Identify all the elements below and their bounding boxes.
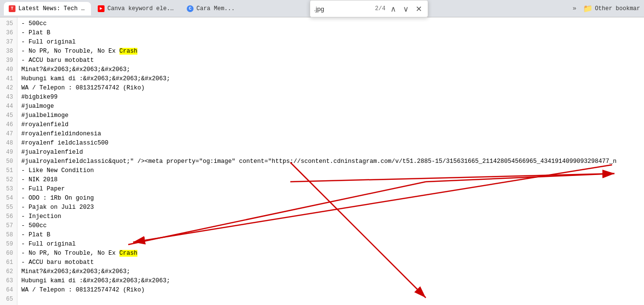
line-number: 59 <box>2 240 13 249</box>
tab-label-3: Cara Mem... <box>196 5 235 12</box>
line-number: 35 <box>2 19 13 29</box>
line-number: 39 <box>2 56 13 65</box>
text-line: - Full original <box>21 38 640 47</box>
line-number: 58 <box>2 231 13 240</box>
line-number: 42 <box>2 84 13 93</box>
line-number: 57 <box>2 221 13 231</box>
tab-favicon-2: ▶ <box>98 5 105 12</box>
crash-highlight: Crash <box>120 48 138 55</box>
line-number: 49 <box>2 148 13 157</box>
tab-favicon-3: C <box>187 5 194 12</box>
line-numbers: 3536373839404142434445464748495051525354… <box>0 17 17 305</box>
tab-label-2: Canva keyword ele... <box>107 5 175 12</box>
text-line: - ACCU baru motobatt <box>21 56 640 65</box>
find-prev-button[interactable]: ∧ <box>389 3 398 15</box>
line-number: 63 <box>2 276 13 286</box>
line-number: 51 <box>2 166 13 175</box>
text-line: - 500cc <box>21 19 640 29</box>
bookmarks-label: Other bookmar <box>595 5 640 12</box>
text-line: Minat?&#x2063;&#x2063;&#x2063; <box>21 267 640 276</box>
line-number: 65 <box>2 295 13 304</box>
text-line: #jualbelimoge <box>21 111 640 120</box>
find-input[interactable] <box>314 5 372 13</box>
line-number: 37 <box>2 38 13 47</box>
line-number: 56 <box>2 212 13 221</box>
text-line: #jualroyalenfield <box>21 148 640 157</box>
line-number: 41 <box>2 74 13 84</box>
text-line: - Plat B <box>21 29 640 38</box>
content-area: 3536373839404142434445464748495051525354… <box>0 17 644 305</box>
line-number: 43 <box>2 93 13 102</box>
line-number: 38 <box>2 47 13 56</box>
tab-active[interactable]: T Latest News: Tech A... <box>4 2 91 15</box>
text-line: Hubungi kami di :&#x2063;&#x2063;&#x2063… <box>21 276 640 286</box>
line-number: 54 <box>2 194 13 203</box>
tab-3[interactable]: C Cara Mem... <box>182 2 240 15</box>
more-tabs-button[interactable]: » <box>570 5 580 12</box>
line-number: 64 <box>2 286 13 295</box>
text-line: - Like New Condition <box>21 166 640 175</box>
text-line: - Full original <box>21 240 640 249</box>
find-close-button[interactable]: ✕ <box>414 3 424 15</box>
text-line: - 500cc <box>21 221 640 231</box>
bookmarks-folder-icon: 📁 <box>583 4 593 14</box>
line-number: 60 <box>2 249 13 258</box>
line-number: 61 <box>2 258 13 267</box>
text-line: - ACCU baru motobatt <box>21 258 640 267</box>
line-number: 62 <box>2 267 13 276</box>
text-line: - Pajak on Juli 2023 <box>21 203 640 212</box>
find-next-button[interactable]: ∨ <box>401 3 411 15</box>
text-line: - No PR, No Trouble, No Ex Crash <box>21 47 640 56</box>
text-line: #royalenfieldindonesia <box>21 130 640 139</box>
text-line: #bigbike99 <box>21 93 640 102</box>
text-line: - No PR, No Trouble, No Ex Crash <box>21 249 640 258</box>
find-count: 2/4 <box>375 5 386 12</box>
text-line: #jualmoge <box>21 102 640 111</box>
text-line: - Injection <box>21 212 640 221</box>
text-line: Hubungi kami di :&#x2063;&#x2063;&#x2063… <box>21 74 640 84</box>
line-number: 36 <box>2 29 13 38</box>
line-number: 44 <box>2 102 13 111</box>
line-number: 47 <box>2 130 13 139</box>
line-number: 55 <box>2 203 13 212</box>
text-line: - Plat B <box>21 231 640 240</box>
tab-label-1: Latest News: Tech A... <box>18 5 86 12</box>
find-bar: 2/4 ∧ ∨ ✕ <box>310 0 428 17</box>
text-line: Minat?&#x2063;&#x2063;&#x2063; <box>21 65 640 74</box>
text-content: - 500cc- Plat B- Full original- No PR, N… <box>17 17 644 305</box>
tab-2[interactable]: ▶ Canva keyword ele... <box>93 2 180 15</box>
line-number: 53 <box>2 185 13 194</box>
text-line: WA / Telepon : 081312574742 (Riko) <box>21 286 640 295</box>
text-line: - NIK 2018 <box>21 175 640 185</box>
text-line: #royalenf ieldclassic500 <box>21 139 640 148</box>
line-number: 40 <box>2 65 13 74</box>
text-line: #royalenfield <box>21 120 640 130</box>
line-number: 45 <box>2 111 13 120</box>
line-number: 46 <box>2 120 13 130</box>
text-line: WA / Telepon : 081312574742 (Riko) <box>21 84 640 93</box>
crash-highlight: Crash <box>120 250 138 257</box>
tab-favicon-1: T <box>9 5 15 12</box>
line-number: 52 <box>2 175 13 185</box>
text-line: - ODO : 1Rb On going <box>21 194 640 203</box>
text-line: #jualroyalenfieldclassic&quot;" /><meta … <box>21 157 640 166</box>
line-number: 50 <box>2 157 13 166</box>
line-number: 48 <box>2 139 13 148</box>
text-line: - Full Paper <box>21 185 640 194</box>
